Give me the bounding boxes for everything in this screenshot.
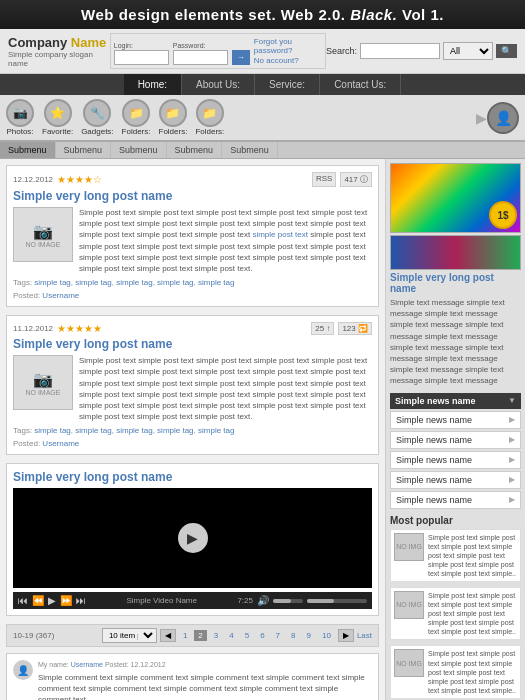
post-title-2[interactable]: Simple very long post name — [13, 337, 372, 351]
tag-1c[interactable]: simple tag — [116, 278, 152, 287]
tag-1b[interactable]: simple tag — [75, 278, 111, 287]
nav-service[interactable]: Service: — [255, 74, 320, 95]
page-info: 10-19 (367) — [13, 631, 54, 640]
photos-icon: 📷 — [6, 99, 34, 127]
post-author-1[interactable]: Username — [42, 291, 79, 300]
tag-2a[interactable]: simple tag — [34, 426, 70, 435]
sidebar-promo: 1$ Simple very long post name Simple tex… — [390, 163, 521, 387]
commenter-1[interactable]: Username — [71, 661, 103, 668]
tag-1d[interactable]: simple tag — [157, 278, 193, 287]
news-item-2[interactable]: Simple news name ▶ — [390, 431, 521, 449]
tag-1a[interactable]: simple tag — [34, 278, 70, 287]
subnav-item-2[interactable]: Submenu — [56, 142, 112, 158]
post-posted-2: Posted: Username — [13, 439, 372, 448]
post-image-2: 📷 NO IMAGE — [13, 355, 73, 410]
no-account-link[interactable]: No account? — [254, 56, 322, 65]
mute-btn[interactable]: 🔊 — [257, 595, 269, 606]
last-page-link[interactable]: Last — [357, 631, 372, 640]
tag-2c[interactable]: simple tag — [116, 426, 152, 435]
folders1-icon: 📁 — [122, 99, 150, 127]
icon-favorite[interactable]: ⭐ Favorite: — [42, 99, 73, 136]
search-button[interactable]: 🔍 — [496, 44, 517, 58]
post-text-2: Simple post text simple post text simple… — [79, 355, 372, 422]
page-7[interactable]: 7 — [272, 630, 284, 641]
icon-folders1[interactable]: 📁 Folders: — [122, 99, 151, 136]
play-btn[interactable]: ▶ — [48, 595, 56, 606]
tag-2e[interactable]: simple tag — [198, 426, 234, 435]
icon-folders2[interactable]: 📁 Folders: — [159, 99, 188, 136]
comment-avatar-1: 👤 — [13, 660, 33, 680]
subnav-item-1[interactable]: Submenu — [0, 142, 56, 158]
nav-contact[interactable]: Contact Us: — [320, 74, 401, 95]
play-button[interactable]: ▶ — [178, 523, 208, 553]
rss-counter: RSS — [312, 172, 336, 187]
company-block: Company Name Simple company slogan name — [8, 35, 110, 68]
nav-about[interactable]: About Us: — [182, 74, 255, 95]
page-5[interactable]: 5 — [241, 630, 253, 641]
subnav-item-4[interactable]: Submenu — [167, 142, 223, 158]
prev-btn[interactable]: ⏮ — [18, 595, 28, 606]
comment-meta-1: My name: Username Posted: 12.12.2012 — [38, 660, 372, 670]
next-page-btn[interactable]: ▶ — [338, 629, 354, 642]
main-nav: Home: About Us: Service: Contact Us: — [0, 74, 525, 95]
news-item-1[interactable]: Simple news name ▶ — [390, 411, 521, 429]
news-icon: ▼ — [508, 396, 516, 405]
video-player[interactable]: ▶ — [13, 488, 372, 588]
forward-btn[interactable]: ⏩ — [60, 595, 72, 606]
first-page-btn[interactable]: ◀ — [160, 629, 176, 642]
rewind-btn[interactable]: ⏪ — [32, 595, 44, 606]
page-2[interactable]: 2 — [194, 630, 206, 641]
popular-item-2[interactable]: NO IMG Simple post text simple post text… — [390, 587, 521, 640]
tag-2b[interactable]: simple tag — [75, 426, 111, 435]
page-1[interactable]: 1 — [179, 630, 191, 641]
tag-1e[interactable]: simple tag — [198, 278, 234, 287]
icon-folders3[interactable]: 📁 Folders: — [195, 99, 224, 136]
page-8[interactable]: 8 — [287, 630, 299, 641]
search-input[interactable] — [360, 43, 440, 59]
most-popular-title: Most popular — [390, 515, 521, 526]
shares-counter: 123 🔁 — [338, 322, 372, 335]
page-6[interactable]: 6 — [256, 630, 268, 641]
video-post-title[interactable]: Simple very long post name — [13, 470, 372, 484]
popular-item-1[interactable]: NO IMG Simple post text simple post text… — [390, 529, 521, 582]
video-controls: ⏮ ⏪ ▶ ⏩ ⏭ Simple Video Name 7:25 🔊 — [13, 592, 372, 609]
favorite-icon: ⭐ — [44, 99, 72, 127]
page-10[interactable]: 10 — [318, 630, 335, 641]
news-item-5[interactable]: Simple news name ▶ — [390, 491, 521, 509]
progress-bar[interactable] — [307, 599, 367, 603]
popular-text-1: Simple post text simple post text simple… — [428, 533, 517, 578]
subnav-item-3[interactable]: Submenu — [111, 142, 167, 158]
company-name: Company Name — [8, 35, 110, 50]
post-title-1[interactable]: Simple very long post name — [13, 189, 372, 203]
nav-home[interactable]: Home: — [124, 74, 182, 95]
items-per-page-select[interactable]: 10 item per page — [102, 628, 157, 643]
page-9[interactable]: 9 — [303, 630, 315, 641]
search-all-select[interactable]: All — [443, 42, 493, 60]
page-4[interactable]: 4 — [225, 630, 237, 641]
popular-item-3[interactable]: NO IMG Simple post text simple post text… — [390, 645, 521, 698]
post-body-2: 📷 NO IMAGE Simple post text simple post … — [13, 355, 372, 422]
subnav-item-5[interactable]: Submenu — [222, 142, 278, 158]
password-field-group: Password: — [173, 42, 228, 65]
login-input[interactable] — [114, 50, 169, 65]
sidebar-post-title[interactable]: Simple very long post name — [390, 272, 521, 294]
camera-icon-1: 📷 — [33, 222, 53, 241]
icon-photos[interactable]: 📷 Photos: — [6, 99, 34, 136]
page-3[interactable]: 3 — [210, 630, 222, 641]
icon-gadgets[interactable]: 🔧 Gadgets: — [81, 99, 113, 136]
post-link-1[interactable]: simple post text — [252, 230, 308, 239]
login-button[interactable]: → — [232, 50, 250, 65]
tag-2d[interactable]: simple tag — [157, 426, 193, 435]
post-author-2[interactable]: Username — [42, 439, 79, 448]
password-input[interactable] — [173, 50, 228, 65]
arrow-icon: ▶ — [476, 110, 487, 126]
news-item-4[interactable]: Simple news name ▶ — [390, 471, 521, 489]
company-word: Company — [8, 35, 67, 50]
next-btn[interactable]: ⏭ — [76, 595, 86, 606]
news-subtitle: Simple news name ▼ — [390, 393, 521, 409]
volume-bar[interactable] — [273, 599, 303, 603]
forgot-password-link[interactable]: Forgot you password? — [254, 37, 322, 55]
news-item-3[interactable]: Simple news name ▶ — [390, 451, 521, 469]
comment-body-1: My name: Username Posted: 12.12.2012 Sim… — [38, 660, 372, 700]
user-avatar[interactable]: 👤 — [487, 102, 519, 134]
